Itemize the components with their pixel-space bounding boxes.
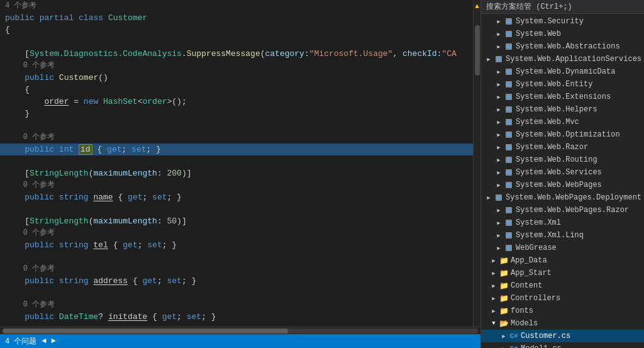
horizontal-scrollbar-thumb[interactable] — [3, 328, 288, 334]
scrollbar-thumb[interactable] — [475, 25, 480, 76]
solution-explorer: 搜索方案结管 (Ctrl+;) ▶ System.Security ▶ Syst… — [480, 0, 644, 348]
expand-icon: ▶ — [494, 155, 504, 165]
expand-icon: ▶ — [499, 331, 509, 341]
code-line: 4 个参考 — [0, 0, 473, 12]
sidebar-item-system-web[interactable]: ▶ System.Web — [481, 28, 644, 40]
cs-file-icon: C# — [509, 344, 519, 348]
expand-icon: ▶ — [494, 104, 504, 115]
folder-icon: 📁 — [499, 293, 509, 303]
sidebar-item-system-web-services[interactable]: ▶ System.Web.Services — [481, 166, 644, 179]
sidebar-item-system-xml-linq[interactable]: ▶ System.Xml.Linq — [481, 229, 644, 242]
sidebar-item-system-web-helpers[interactable]: ▶ System.Web.Helpers — [481, 103, 644, 116]
sidebar-item-system-web-webpages-deployment[interactable]: ▶ System.Web.WebPages.Deployment — [481, 191, 644, 204]
svg-rect-3 — [507, 32, 511, 36]
svg-rect-31 — [507, 208, 511, 212]
sidebar-item-app-start[interactable]: ▶ 📁 App_Start — [481, 267, 644, 279]
code-line-highlighted: public int id { get; set; } — [0, 143, 473, 155]
svg-rect-17 — [507, 120, 511, 124]
sidebar-item-app-data[interactable]: ▶ 📁 App_Data — [481, 254, 644, 267]
sidebar-item-customer-cs[interactable]: ▶ C# Customer.cs — [481, 330, 644, 342]
sidebar-item-system-web-abstractions[interactable]: ▶ System.Web.Abstractions — [481, 40, 644, 53]
ref-icon — [504, 130, 514, 140]
code-line — [0, 155, 473, 167]
svg-rect-33 — [507, 221, 511, 225]
sidebar-item-system-web-mvc[interactable]: ▶ System.Web.Mvc — [481, 116, 644, 128]
code-line: public Customer() — [0, 72, 473, 84]
sidebar-item-fonts[interactable]: ▶ 📁 fonts — [481, 305, 644, 317]
ref-icon — [494, 54, 504, 64]
sidebar-item-system-web-routing[interactable]: ▶ System.Web.Routing — [481, 154, 644, 166]
sidebar-item-content[interactable]: ▶ 📁 Content — [481, 279, 644, 292]
tree-item-label: Controllers — [511, 294, 560, 303]
svg-rect-7 — [497, 57, 501, 61]
ref-icon — [504, 243, 514, 253]
sidebar-item-model1-cs[interactable]: ▶ C# Model1.cs — [481, 342, 644, 348]
nav-prev-button[interactable]: ◄ — [42, 337, 46, 345]
ref-icon — [504, 42, 514, 52]
status-bar: 4 个问题 ◄ ► — [0, 334, 480, 348]
ref-icon — [504, 104, 514, 115]
tree-item-label: System.Web.Extensions — [516, 93, 611, 101]
expand-icon: ▶ — [489, 293, 499, 303]
expand-icon: ▶ — [494, 130, 504, 140]
svg-rect-5 — [507, 45, 511, 48]
ref-icon — [504, 117, 514, 127]
sidebar-item-system-web-razor[interactable]: ▶ System.Web.Razor — [481, 141, 644, 154]
code-editor[interactable]: 4 个参考 public partial class Customer { [S… — [0, 0, 473, 327]
horizontal-scrollbar-container[interactable] — [0, 327, 480, 334]
sidebar-item-system-web-extensions[interactable]: ▶ System.Web.Extensions — [481, 91, 644, 103]
expand-icon: ▶ — [494, 16, 504, 26]
ref-icon — [504, 205, 514, 215]
sidebar-item-system-web-appservices[interactable]: ▶ System.Web.ApplicationServices — [481, 53, 644, 65]
code-line — [0, 287, 473, 299]
expand-icon: ▶ — [494, 142, 504, 152]
sidebar-item-system-web-optimization[interactable]: ▶ System.Web.Optimization — [481, 128, 644, 141]
nav-next-button[interactable]: ► — [52, 337, 56, 345]
tree-item-label: System.Xml — [516, 218, 561, 227]
svg-rect-37 — [507, 246, 511, 250]
sidebar-item-system-web-webpages[interactable]: ▶ System.Web.WebPages — [481, 179, 644, 191]
ref-icon — [504, 92, 514, 102]
sidebar-item-system-web-entity[interactable]: ▶ System.Web.Entity — [481, 78, 644, 91]
svg-rect-11 — [507, 82, 511, 86]
ref-icon — [494, 193, 504, 203]
code-line — [0, 203, 473, 215]
warning-indicator: ▲ — [475, 3, 479, 10]
code-line — [0, 120, 473, 132]
tree-item-label: System.Web.Razor — [516, 143, 588, 152]
svg-rect-23 — [507, 158, 511, 162]
code-line: public DateTime? initdate { get; set; } — [0, 311, 473, 323]
sidebar-item-system-security[interactable]: ▶ System.Security — [481, 15, 644, 28]
sidebar-item-system-web-webpages-razor[interactable]: ▶ System.Web.WebPages.Razor — [481, 204, 644, 216]
code-line: public string name { get; set; } — [0, 191, 473, 203]
tree-item-label: fonts — [511, 306, 533, 315]
ref-icon — [504, 29, 514, 39]
tree-item-label: System.Web.WebPages.Deployment — [506, 193, 641, 202]
ref-icon — [504, 218, 514, 228]
tree-item-label: System.Web.Mvc — [516, 118, 579, 126]
sidebar-item-system-web-dynamicdata[interactable]: ▶ System.Web.DynamicData — [481, 65, 644, 78]
folder-icon: 📁 — [499, 268, 509, 278]
code-line: public string tel { get; set; } — [0, 239, 473, 251]
svg-rect-1 — [507, 20, 511, 23]
svg-rect-9 — [507, 70, 511, 74]
sidebar-item-system-xml[interactable]: ▶ System.Xml — [481, 216, 644, 229]
svg-rect-25 — [507, 171, 511, 174]
tree-item-label: Models — [511, 319, 538, 328]
sidebar-item-webgrease[interactable]: ▶ WebGrease — [481, 242, 644, 254]
solution-explorer-tree[interactable]: ▶ System.Security ▶ System.Web ▶ System.… — [481, 14, 644, 348]
code-line: 0 个参考 — [0, 132, 473, 143]
tree-item-label: Model1.cs — [521, 344, 562, 348]
tree-item-label: System.Web.Routing — [516, 155, 597, 164]
horizontal-scrollbar[interactable] — [3, 328, 478, 334]
vertical-scrollbar[interactable]: ▲ — [473, 0, 480, 327]
sidebar-item-controllers[interactable]: ▶ 📁 Controllers — [481, 292, 644, 305]
folder-icon: 📁 — [499, 306, 509, 316]
ref-icon — [504, 180, 514, 190]
expand-icon: ▶ — [489, 268, 499, 278]
solution-explorer-header: 搜索方案结管 (Ctrl+;) — [481, 0, 644, 14]
sidebar-item-models[interactable]: ▼ 📂 Models — [481, 317, 644, 330]
tree-item-label: WebGrease — [516, 244, 557, 252]
folder-icon: 📁 — [499, 281, 509, 291]
expand-icon: ▶ — [494, 67, 504, 77]
